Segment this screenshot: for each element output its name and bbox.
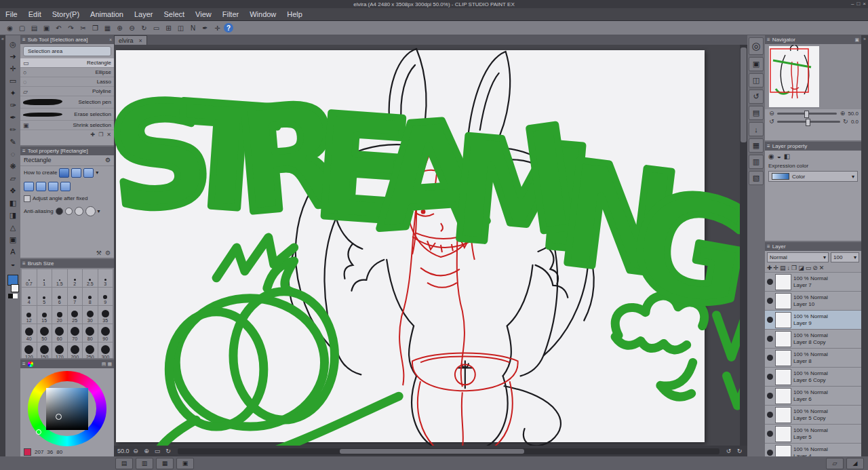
sub-tool-item-selection-pen[interactable]: Selection pen xyxy=(20,96,114,109)
sub-color-swatch[interactable] xyxy=(11,284,19,292)
cut-icon[interactable]: ✂ xyxy=(77,22,89,33)
eyedropper-tool[interactable]: ✑ xyxy=(7,99,19,111)
zoom-out-icon[interactable]: ⊖ xyxy=(132,448,140,454)
panel-menu-icon[interactable]: ≡ xyxy=(22,361,26,367)
canvas-viewport[interactable]: STREAMING xyxy=(114,45,747,446)
layer-row-layer-5[interactable]: 100 % NormalLayer 5 xyxy=(765,425,861,444)
download-palette-icon[interactable]: ↓ xyxy=(749,122,764,136)
layer-thumbnail[interactable] xyxy=(775,445,791,456)
history-palette-icon[interactable]: ↺ xyxy=(749,90,764,104)
auto-action-palette-icon[interactable]: ▧ xyxy=(749,171,764,185)
brush-size-50[interactable]: 50 xyxy=(37,324,52,342)
brush-size-header[interactable]: ≡ Brush Size xyxy=(20,259,114,268)
brush-size-90[interactable]: 90 xyxy=(98,324,113,342)
workspace-palette-dock-icon[interactable]: ▤ xyxy=(115,458,133,469)
text-tool[interactable]: A xyxy=(7,246,19,258)
adjust-angle-checkbox[interactable] xyxy=(24,195,31,202)
panel-menu-icon[interactable]: ≡ xyxy=(767,37,770,43)
fit-view-icon[interactable]: ▭ xyxy=(153,448,162,454)
brush-size-15[interactable]: 15 xyxy=(37,306,52,324)
create-new-selection-icon[interactable] xyxy=(59,168,69,178)
menu-filter[interactable]: Filter xyxy=(217,8,244,20)
layer-row-layer-5-copy[interactable]: 100 % NormalLayer 5 Copy xyxy=(765,406,861,425)
pen-pressure-icon[interactable]: ✒ xyxy=(199,22,211,33)
layer-visibility-icon[interactable] xyxy=(767,279,773,285)
menu-view[interactable]: View xyxy=(190,8,217,20)
layer-row-layer-9[interactable]: 100 % NormalLayer 9 xyxy=(765,311,861,330)
zoom-tool[interactable]: ◎ xyxy=(7,38,19,50)
brush-size-12[interactable]: 12 xyxy=(22,306,37,324)
rotate-slider[interactable] xyxy=(777,121,840,123)
pencil-tool[interactable]: ✏ xyxy=(7,123,19,136)
menu-window[interactable]: Window xyxy=(244,8,281,20)
subview-palette-icon[interactable]: ▣ xyxy=(749,57,764,71)
sub-tool-item-lasso[interactable]: ◌Lasso xyxy=(20,77,114,87)
layer-visibility-icon[interactable] xyxy=(767,393,773,399)
layer-thumbnail[interactable] xyxy=(775,426,791,442)
chevron-down-icon[interactable]: ▾ xyxy=(96,170,98,176)
move-tool[interactable]: ✛ xyxy=(7,62,19,75)
auto-select-tool[interactable]: ✦ xyxy=(7,87,19,99)
brush-size-300[interactable]: 300 xyxy=(98,342,113,359)
snap-icon[interactable]: ◫ xyxy=(175,22,186,33)
brush-size-2[interactable]: 2 xyxy=(68,269,83,287)
gradient-tool[interactable]: ◨ xyxy=(7,209,19,221)
selection-tool[interactable]: ▭ xyxy=(7,75,19,87)
hue-wheel[interactable] xyxy=(28,371,106,446)
menu-animation[interactable]: Animation xyxy=(85,8,129,20)
balloon-tool[interactable]: ◒ xyxy=(7,258,19,270)
save-icon[interactable]: ▣ xyxy=(41,22,52,33)
layer-thumbnail[interactable] xyxy=(775,331,791,347)
brush-size-25[interactable]: 25 xyxy=(68,306,83,324)
brush-size-1[interactable]: 1 xyxy=(37,269,52,287)
brush-size-1.5[interactable]: 1.5 xyxy=(52,269,67,287)
blend-tool[interactable]: ❖ xyxy=(7,184,19,197)
layer-thumbnail[interactable] xyxy=(775,369,791,385)
sv-selector-dot[interactable] xyxy=(56,414,62,420)
chevron-down-icon[interactable]: ▾ xyxy=(98,208,100,214)
layer-thumbnail[interactable] xyxy=(775,350,791,366)
layer-visibility-icon[interactable] xyxy=(767,298,773,304)
panel-close-icon[interactable]: × xyxy=(109,37,112,42)
maximize-icon[interactable]: □ xyxy=(856,0,860,8)
zoom-slider[interactable] xyxy=(777,113,837,115)
panel-menu-icon[interactable]: ≡ xyxy=(767,243,770,250)
brush-size-3[interactable]: 3 xyxy=(98,269,113,287)
merge-layer-icon[interactable]: ❐ xyxy=(791,265,797,271)
ruler-layer-icon[interactable]: ▭ xyxy=(806,265,812,271)
layer-visibility-icon[interactable] xyxy=(767,355,773,361)
add-to-selection-icon[interactable] xyxy=(71,168,81,178)
collapse-left-dock-icon[interactable]: « xyxy=(1,37,4,41)
brush-size-30[interactable]: 30 xyxy=(83,306,98,324)
gloved-hand-icon[interactable]: ✛ xyxy=(212,22,223,33)
brush-size-60[interactable]: 60 xyxy=(52,324,67,342)
expression-color-dropdown[interactable]: Color ▾ xyxy=(768,171,858,182)
open-file-icon[interactable]: ▤ xyxy=(28,22,40,33)
sub-tool-item-rectangle[interactable]: ▭Rectangle xyxy=(20,58,114,68)
layer-visibility-icon[interactable] xyxy=(767,412,773,418)
sub-tool-panel-header[interactable]: ≡ Sub Tool [Selection area] × xyxy=(20,35,114,44)
delete-layer-icon[interactable]: ✕ xyxy=(819,265,825,271)
selection-mode-icon-3[interactable] xyxy=(48,182,58,191)
frame-border-tool[interactable]: ▣ xyxy=(7,233,19,246)
current-color-chip[interactable] xyxy=(24,448,31,456)
layer-row-layer-7[interactable]: 100 % NormalLayer 7 xyxy=(765,273,861,292)
brush-size-6[interactable]: 6 xyxy=(52,288,67,305)
rotate-left-icon[interactable]: ↺ xyxy=(768,118,776,125)
redo-icon[interactable]: ↷ xyxy=(65,22,77,33)
layer-thumbnail[interactable] xyxy=(775,293,791,309)
vertical-scrollbar[interactable] xyxy=(740,45,747,446)
zoom-in-icon[interactable]: ⊕ xyxy=(114,22,125,33)
memory-indicator-icon[interactable]: ▱ xyxy=(826,458,844,469)
selection-mode-icon-4[interactable] xyxy=(60,182,71,191)
brush-size-35[interactable]: 35 xyxy=(98,306,113,324)
paste-icon[interactable]: ▦ xyxy=(102,22,113,33)
eraser-tool[interactable]: ▱ xyxy=(7,172,19,184)
operation-tool[interactable]: ➔ xyxy=(7,50,19,62)
figure-tool[interactable]: △ xyxy=(7,221,19,233)
grid-icon[interactable]: ⊞ xyxy=(163,22,174,33)
rotate-right-icon[interactable]: ↻ xyxy=(842,118,850,125)
brush-size-4[interactable]: 4 xyxy=(22,288,37,305)
brush-size-150[interactable]: 150 xyxy=(37,342,52,359)
new-raster-layer-icon[interactable]: ✚ xyxy=(767,265,772,271)
